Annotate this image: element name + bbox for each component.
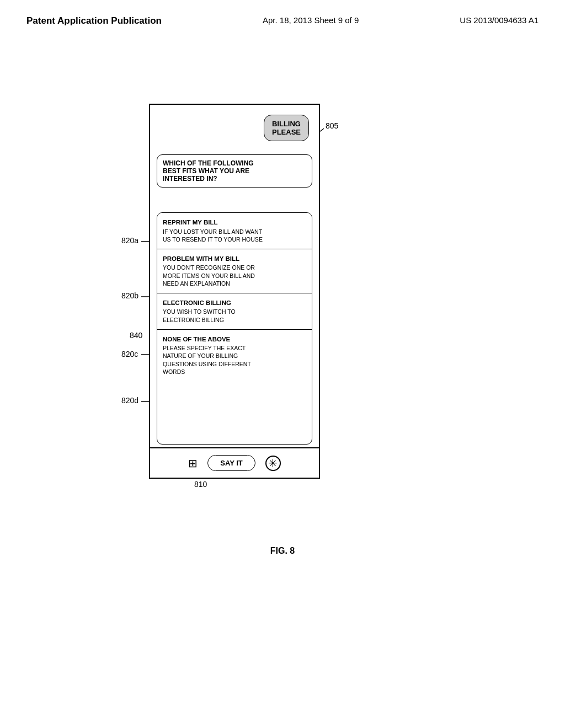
header-center: Apr. 18, 2013 Sheet 9 of 9 [263, 15, 359, 25]
menu-item-none-sub: PLEASE SPECIFY THE EXACTNATURE OF YOUR B… [163, 344, 306, 376]
phone-frame: BILLINGPLEASE WHICH OF THE FOLLOWINGBEST… [149, 104, 320, 479]
menu-item-none[interactable]: NONE OF THE ABOVE PLEASE SPECIFY THE EXA… [157, 330, 312, 381]
menu-item-problem[interactable]: PROBLEM WITH MY BILL YOU DON'T RECOGNIZE… [157, 249, 312, 293]
menu-item-electronic-title: ELECTRONIC BILLING [163, 299, 306, 308]
patent-header: Patent Application Publication Apr. 18, … [0, 0, 565, 26]
menu-item-electronic-sub: YOU WISH TO SWITCH TOELECTRONIC BILLING [163, 308, 306, 323]
figure-caption: FIG. 8 [0, 546, 565, 556]
keyboard-icon[interactable]: ⊞ [188, 457, 198, 470]
menu-item-problem-sub: YOU DON'T RECOGNIZE ONE ORMORE ITEMS ON … [163, 264, 306, 287]
menu-container: REPRINT MY BILL IF YOU LOST YOUR BILL AN… [157, 212, 312, 445]
label-820b: 820b [121, 291, 138, 300]
label-820d: 820d [121, 396, 138, 405]
label-840: 840 [130, 331, 142, 340]
label-820c: 820c [121, 350, 138, 358]
user-bubble: BILLINGPLEASE [264, 115, 309, 141]
menu-item-reprint[interactable]: REPRINT MY BILL IF YOU LOST YOUR BILL AN… [157, 213, 312, 249]
header-left: Patent Application Publication [26, 15, 162, 26]
label-805: 805 [326, 121, 338, 130]
label-820a: 820a [121, 236, 138, 245]
menu-item-reprint-title: REPRINT MY BILL [163, 218, 306, 227]
diagram-area: 835 805 820a 820b 840 820c 820d 810 BILL… [0, 60, 565, 611]
say-it-button[interactable]: SAY IT [207, 455, 255, 471]
menu-item-electronic[interactable]: ELECTRONIC BILLING YOU WISH TO SWITCH TO… [157, 293, 312, 330]
header-right: US 2013/0094633 A1 [460, 15, 539, 25]
system-question-text: WHICH OF THE FOLLOWINGBEST FITS WHAT YOU… [163, 159, 254, 183]
system-question-bubble: WHICH OF THE FOLLOWINGBEST FITS WHAT YOU… [157, 154, 312, 188]
menu-item-none-title: NONE OF THE ABOVE [163, 335, 306, 344]
user-bubble-text: BILLINGPLEASE [272, 120, 301, 136]
menu-item-reprint-sub: IF YOU LOST YOUR BILL AND WANTUS TO RESE… [163, 228, 306, 243]
label-810: 810 [194, 480, 207, 489]
mic-icon[interactable]: ✳ [265, 456, 281, 471]
menu-item-problem-title: PROBLEM WITH MY BILL [163, 255, 306, 264]
bottom-bar: ⊞ SAY IT ✳ [150, 447, 319, 478]
